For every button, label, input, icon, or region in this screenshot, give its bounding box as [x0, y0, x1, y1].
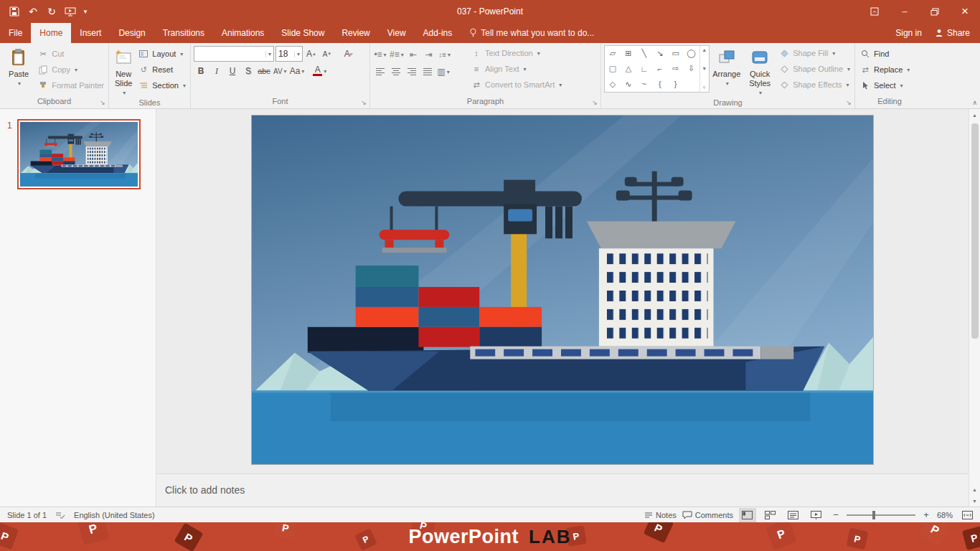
shape-scribble[interactable]: ~: [636, 77, 652, 92]
tab-add-ins[interactable]: Add-ins: [415, 23, 461, 43]
new-slide-button[interactable]: New Slide: [112, 45, 135, 98]
shapes-scroll-down[interactable]: ▼: [702, 66, 707, 71]
replace-button[interactable]: ⇄ Replace: [858, 62, 911, 77]
paragraph-dialog-launcher[interactable]: [590, 98, 599, 106]
shape-triangle[interactable]: △: [621, 61, 636, 76]
tell-me-box[interactable]: Tell me what you want to do...: [461, 23, 603, 43]
minimize-button[interactable]: [890, 0, 920, 23]
shape-brace-left[interactable]: {: [652, 77, 668, 92]
tab-home[interactable]: Home: [31, 23, 71, 43]
close-button[interactable]: [950, 0, 980, 23]
find-button[interactable]: Find: [858, 46, 911, 62]
start-from-beginning-button[interactable]: [62, 3, 79, 20]
slide-show-button[interactable]: [808, 508, 825, 522]
shape-arrow-down[interactable]: ⇩: [684, 61, 699, 76]
text-direction-button[interactable]: ↕ Text Direction: [469, 45, 563, 61]
italic-button[interactable]: I: [209, 63, 224, 79]
normal-view-button[interactable]: [739, 508, 756, 522]
shape-more[interactable]: [684, 77, 699, 92]
align-center-button[interactable]: [389, 64, 403, 80]
bullets-button[interactable]: •≡: [373, 47, 387, 62]
zoom-out-button[interactable]: −: [831, 509, 841, 520]
font-dialog-launcher[interactable]: [359, 98, 368, 106]
scrollbar-thumb[interactable]: [971, 123, 979, 339]
drawing-dialog-launcher[interactable]: [844, 98, 853, 106]
shape-rounded-rectangle[interactable]: ▢: [605, 61, 621, 76]
paste-button[interactable]: Paste: [3, 45, 34, 94]
shape-parallelogram[interactable]: ▱: [605, 46, 621, 61]
tab-review[interactable]: Review: [333, 23, 378, 43]
underline-button[interactable]: U: [225, 63, 240, 79]
restore-button[interactable]: [920, 0, 950, 23]
zoom-level[interactable]: 68%: [937, 507, 953, 523]
cut-button[interactable]: ✂ Cut: [36, 46, 105, 62]
reset-button[interactable]: ↺ Reset: [136, 62, 187, 77]
previous-slide-button[interactable]: ▲: [969, 484, 980, 495]
clear-formatting-button[interactable]: A◤: [341, 46, 356, 62]
tab-design[interactable]: Design: [110, 23, 154, 43]
shape-rectangle[interactable]: ▭: [668, 46, 684, 61]
sign-in-link[interactable]: Sign in: [895, 28, 922, 38]
shape-oval[interactable]: ◯: [684, 46, 699, 61]
convert-to-smartart-button[interactable]: ⇄ Convert to SmartArt: [469, 77, 563, 93]
tab-animations[interactable]: Animations: [213, 23, 273, 43]
language-indicator[interactable]: English (United States): [74, 507, 155, 523]
decrease-indent-button[interactable]: ⇤: [406, 47, 420, 62]
tab-insert[interactable]: Insert: [71, 23, 110, 43]
shape-outline-button[interactable]: Shape Outline: [777, 61, 852, 77]
save-button[interactable]: [6, 3, 23, 20]
undo-button[interactable]: ↶: [24, 3, 42, 20]
tab-file[interactable]: File: [0, 23, 31, 43]
quick-styles-button[interactable]: Quick Styles: [744, 45, 776, 98]
shape-diamond[interactable]: ◇: [605, 77, 621, 92]
align-text-button[interactable]: ≡ Align Text: [469, 61, 563, 77]
increase-indent-button[interactable]: ⇥: [422, 47, 436, 62]
shape-right-angle[interactable]: ∟: [636, 61, 652, 76]
slide-sorter-view-button[interactable]: [762, 508, 779, 522]
tab-view[interactable]: View: [379, 23, 415, 43]
numbering-button[interactable]: #≡: [389, 47, 405, 62]
line-spacing-button[interactable]: ↕≡: [438, 47, 452, 62]
shape-curve[interactable]: ∿: [621, 77, 636, 92]
redo-button[interactable]: ↻: [43, 3, 60, 20]
zoom-in-button[interactable]: +: [921, 509, 931, 520]
align-right-button[interactable]: [405, 64, 419, 80]
format-painter-button[interactable]: Format Painter: [36, 77, 105, 93]
increase-font-size-button[interactable]: A▲: [304, 46, 319, 62]
vertical-scrollbar[interactable]: ▲ ▲ ▼: [969, 109, 980, 507]
share-button[interactable]: Share: [935, 28, 970, 38]
font-color-button[interactable]: A: [312, 63, 327, 79]
change-case-button[interactable]: Aa: [289, 63, 306, 79]
shape-fill-button[interactable]: Shape Fill: [777, 45, 852, 61]
bold-button[interactable]: B: [194, 63, 208, 79]
tab-slide-show[interactable]: Slide Show: [273, 23, 333, 43]
text-shadow-button[interactable]: S: [241, 63, 255, 79]
arrange-button[interactable]: Arrange: [711, 45, 743, 94]
customize-quick-access-button[interactable]: ▾: [80, 3, 90, 20]
decrease-font-size-button[interactable]: A▼: [320, 46, 334, 62]
section-button[interactable]: Section: [136, 77, 187, 93]
copy-button[interactable]: Copy: [36, 62, 105, 77]
columns-button[interactable]: ▥: [436, 64, 451, 80]
align-left-button[interactable]: [373, 64, 387, 80]
scrollbar-track[interactable]: [969, 121, 980, 484]
shape-brace-right[interactable]: }: [668, 77, 684, 92]
notes-toggle-button[interactable]: Notes: [644, 507, 677, 523]
comments-toggle-button[interactable]: Comments: [682, 507, 733, 523]
layout-button[interactable]: Layout: [136, 46, 187, 62]
collapse-ribbon-button[interactable]: [972, 99, 977, 106]
clipboard-dialog-launcher[interactable]: [98, 98, 107, 106]
scroll-up-button[interactable]: ▲: [969, 109, 980, 121]
font-name-combo[interactable]: [194, 46, 274, 62]
select-button[interactable]: Select: [858, 77, 911, 93]
shape-arrow-line[interactable]: ↘: [652, 46, 668, 61]
tab-transitions[interactable]: Transitions: [154, 23, 213, 43]
font-size-combo[interactable]: 18: [275, 46, 303, 62]
zoom-slider[interactable]: [847, 514, 915, 516]
shapes-more-button[interactable]: ▿: [703, 85, 706, 90]
shape-text-box[interactable]: ⊞: [621, 46, 636, 61]
next-slide-button[interactable]: ▼: [969, 495, 980, 507]
ribbon-display-options-button[interactable]: [859, 0, 890, 23]
shape-effects-button[interactable]: Shape Effects: [777, 77, 852, 93]
character-spacing-button[interactable]: AV: [273, 63, 288, 79]
